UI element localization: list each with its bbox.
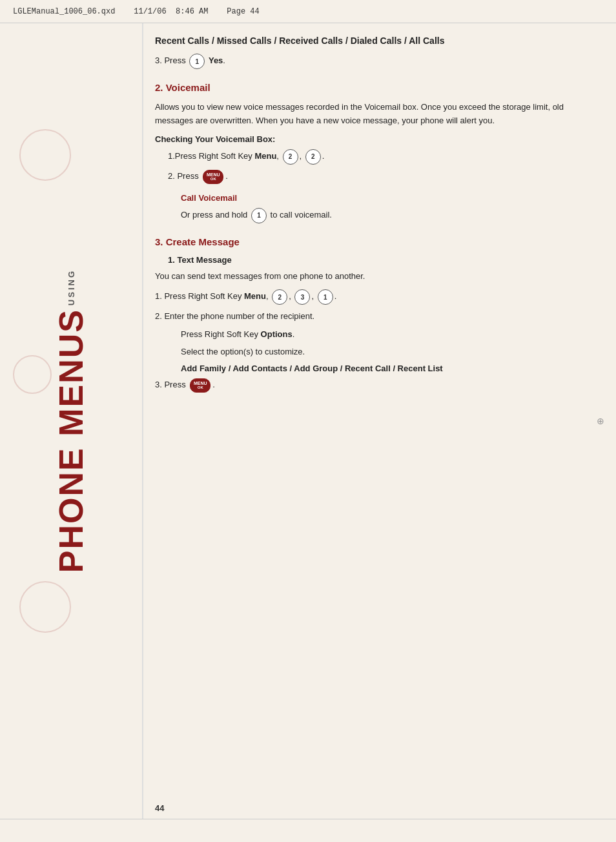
header-date: 11/1/06 bbox=[134, 7, 166, 16]
key-1c-btn: 1 bbox=[318, 289, 333, 305]
step3-label: 3. Press bbox=[155, 56, 186, 65]
call-voicemail-text: Or press and hold 1 to call voicemail. bbox=[181, 208, 597, 223]
left-sidebar: USING PHONE MENUS bbox=[0, 23, 142, 819]
text-msg-body: You can send text messages from one phon… bbox=[155, 270, 597, 283]
check-step1: 1.Press Right Soft Key Menu, 2, 2. bbox=[168, 149, 597, 165]
footer-bar bbox=[0, 819, 616, 842]
check-step2-pre: 2. Press bbox=[168, 171, 199, 181]
key-3-btn: 3 bbox=[294, 289, 310, 305]
text-step3-pre: 3. Press bbox=[155, 380, 186, 389]
text-step1: 1. Press Right Soft Key Menu, 2, 3, 1. bbox=[155, 289, 597, 305]
phone-menus-title: PHONE MENUS bbox=[54, 309, 88, 573]
page-number: 44 bbox=[155, 803, 164, 813]
call-voicemail-heading: Call Voicemail bbox=[181, 193, 597, 203]
header-filename: LGLEManual_1006_06.qxd bbox=[13, 7, 115, 16]
call-vm-post: to call voicemail. bbox=[271, 210, 332, 220]
subsection1-title: 1. Text Message bbox=[168, 255, 597, 265]
deco-circle-1 bbox=[19, 129, 71, 181]
main-content: Recent Calls / Missed Calls / Received C… bbox=[155, 36, 597, 810]
left-border bbox=[142, 23, 143, 819]
options-label: Options bbox=[261, 329, 293, 339]
key-2b-btn: 2 bbox=[305, 149, 321, 165]
sidebar-content: USING PHONE MENUS bbox=[54, 269, 88, 572]
step3-press-yes: 3. Press 1 Yes. bbox=[155, 54, 597, 69]
call-vm-pre: Or press and hold bbox=[181, 210, 247, 220]
add-family-heading: Add Family / Add Contacts / Add Group / … bbox=[181, 364, 597, 373]
ok-menu-btn2: MENU OK bbox=[190, 378, 210, 393]
check-step2: 2. Press MENU OK . bbox=[168, 170, 597, 184]
ok-menu-btn: MENU OK bbox=[203, 170, 223, 184]
text-step1-pre: 1. Press Right Soft Key Menu, bbox=[155, 292, 271, 302]
key-1-btn: 1 bbox=[189, 54, 205, 69]
text-step2a: Press Right Soft Key Options. bbox=[181, 328, 597, 341]
check-step1-pre: 1.Press Right Soft Key Menu, bbox=[168, 151, 282, 161]
text-step3: 3. Press MENU OK . bbox=[155, 378, 597, 393]
checking-heading: Checking Your Voicemail Box: bbox=[155, 134, 597, 144]
text-step2: 2. Enter the phone number of the recipie… bbox=[155, 310, 597, 323]
text-step2a-pre: Press Right Soft Key bbox=[181, 329, 258, 339]
breadcrumb-heading: Recent Calls / Missed Calls / Received C… bbox=[155, 36, 597, 46]
header-bar: LGLEManual_1006_06.qxd 11/1/06 8:46 AM P… bbox=[0, 0, 616, 23]
using-label: USING bbox=[67, 269, 76, 305]
deco-circle-3 bbox=[19, 581, 71, 633]
step3-yes: Yes bbox=[209, 56, 223, 65]
key-2a-btn: 2 bbox=[283, 149, 298, 165]
text-step2b: Select the option(s) to customize. bbox=[181, 345, 597, 358]
key-1-hold-btn: 1 bbox=[251, 208, 267, 223]
crosshair-right: ⊕ bbox=[597, 416, 604, 426]
header-time: 8:46 AM bbox=[176, 7, 208, 16]
section2-title: 2. Voicemail bbox=[155, 82, 597, 93]
voicemail-body: Allows you to view new voice messages re… bbox=[155, 101, 597, 128]
key-2c-btn: 2 bbox=[272, 289, 287, 305]
deco-circle-2 bbox=[13, 355, 52, 394]
header-page: Page 44 bbox=[227, 7, 259, 16]
section3-title: 3. Create Message bbox=[155, 236, 597, 247]
